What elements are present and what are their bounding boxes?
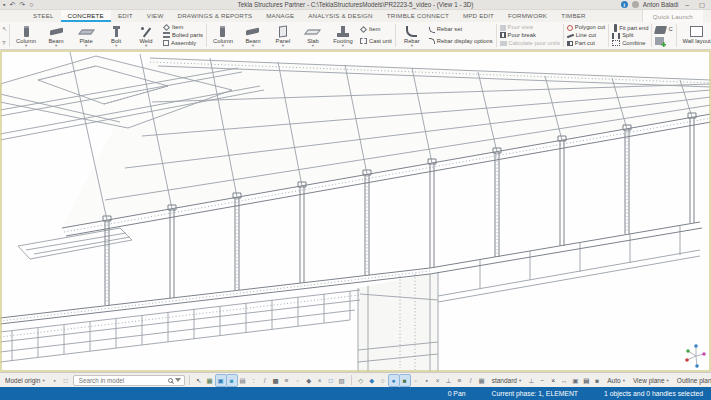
concrete-beam-button[interactable]: Beam ▾	[238, 23, 268, 48]
pour-break-button[interactable]: Pour break	[500, 32, 560, 39]
tab-formwork[interactable]: FORMWORK	[501, 10, 554, 22]
drag-and-drop-toggle[interactable]: ↔	[559, 375, 569, 386]
bolted-parts-button[interactable]: Bolted parts	[163, 32, 203, 39]
wall-layout-button[interactable]: Wall layout	[678, 23, 711, 48]
select-grids-switch[interactable]: ▩	[271, 375, 281, 386]
combine-button[interactable]: Combine	[612, 40, 648, 47]
select-objects-in-components-switch[interactable]: ▧	[337, 375, 347, 386]
concrete-column-button[interactable]: Column ▾	[208, 23, 238, 48]
snap-settings-dropdown[interactable]: standard ▾	[489, 375, 525, 386]
add-component-button[interactable]	[655, 37, 672, 45]
tab-analysis-design[interactable]: ANALYSIS & DESIGN	[301, 10, 380, 22]
smart-select-toggle[interactable]: ▣	[570, 375, 580, 386]
tab-concrete[interactable]: CONCRETE	[61, 10, 111, 22]
snap-grid-switch[interactable]: ▦	[477, 375, 487, 386]
component-button[interactable]: C	[655, 26, 672, 34]
steel-plate-button[interactable]: Plate ▾	[71, 23, 101, 48]
select-surfaces-switch[interactable]: ▤	[238, 375, 248, 386]
bolt-button[interactable]: Bolt ▾	[101, 23, 131, 48]
depth-mode-toggle[interactable]: ■	[592, 375, 602, 386]
slab-button[interactable]: Slab ▾	[298, 23, 328, 48]
tab-trimble-connect[interactable]: TRIMBLE CONNECT	[380, 10, 456, 22]
origin-dropdown[interactable]: Model origin ▾	[2, 375, 48, 386]
user-name[interactable]: Anton Baladi	[643, 1, 679, 8]
ortho-toggle[interactable]: ⊥	[526, 375, 536, 386]
pointer-tool-icon[interactable]: ↖	[2, 25, 7, 32]
model-viewport[interactable]	[0, 50, 711, 372]
part-cut-button[interactable]: Part cut	[567, 40, 605, 47]
outline-planes-dropdown[interactable]: Outline planes ▾	[674, 375, 711, 386]
chevron-down-icon[interactable]: ▾	[55, 44, 57, 48]
view-plane-dropdown[interactable]: View plane ▾	[630, 375, 672, 386]
rebar-set-button[interactable]: Rebar set	[429, 26, 493, 33]
user-avatar[interactable]	[632, 1, 639, 8]
split-button[interactable]: Split	[612, 32, 648, 39]
quick-launch-box[interactable]: Quick Launch	[642, 10, 703, 22]
chevron-down-icon[interactable]: ▾	[411, 44, 413, 48]
relative-coordinates-toggle[interactable]: ~	[537, 375, 547, 386]
chevron-down-icon[interactable]: ▾	[252, 44, 254, 48]
search-icon[interactable]	[168, 378, 173, 383]
chevron-down-icon[interactable]: ▾	[222, 44, 224, 48]
undo-button[interactable]: ↶	[9, 0, 15, 9]
select-grid-lines-switch[interactable]: ≡	[282, 375, 292, 386]
select-views-switch[interactable]: ×	[315, 375, 325, 386]
chevron-down-icon[interactable]: ▾	[145, 44, 147, 48]
snap-midpoints-switch[interactable]: ▪	[422, 375, 432, 386]
cast-unit-button[interactable]: Cast unit	[360, 38, 392, 45]
app-icon[interactable]: ▪	[3, 0, 5, 9]
tab-edit[interactable]: EDIT	[111, 10, 140, 22]
snap-reference-points-switch[interactable]: ◇	[356, 375, 366, 386]
snap-perpendicular-switch[interactable]: ⊥	[444, 375, 454, 386]
concrete-item-button[interactable]: Item	[360, 26, 392, 33]
info-icon[interactable]: i	[621, 1, 628, 8]
history-button[interactable]: ○	[29, 0, 33, 9]
select-assemblies-switch[interactable]: ▣	[216, 375, 226, 386]
auto-dropdown[interactable]: Auto ▾	[604, 375, 628, 386]
tab-manage[interactable]: MANAGE	[259, 10, 301, 22]
steel-beam-button[interactable]: Beam ▾	[41, 23, 71, 48]
snap-extension-switch[interactable]: ≡	[455, 375, 465, 386]
snap-any-position-switch[interactable]: ●	[389, 375, 399, 386]
chevron-down-icon[interactable]: ▾	[312, 44, 314, 48]
maximize-button[interactable]: ▢	[696, 1, 708, 8]
snap-center-points-switch[interactable]: ◦	[411, 375, 421, 386]
assembly-button[interactable]: Assembly	[163, 40, 203, 47]
weld-button[interactable]: Weld ▾	[131, 23, 161, 48]
snap-end-points-switch[interactable]: ■	[400, 375, 410, 386]
snap-intersection-switch[interactable]: ×	[433, 375, 443, 386]
select-components-switch[interactable]: ▦	[205, 375, 215, 386]
origin-secondary-button[interactable]: □	[61, 375, 71, 386]
tab-drawings-reports[interactable]: DRAWINGS & REPORTS	[170, 10, 259, 22]
steel-item-button[interactable]: Item	[163, 24, 203, 31]
line-cut-button[interactable]: Line cut	[567, 32, 605, 39]
chevron-down-icon[interactable]: ▾	[115, 44, 117, 48]
panel-button[interactable]: Panel ▾	[268, 23, 298, 48]
model-search-box[interactable]	[73, 375, 185, 386]
plane-mode-toggle[interactable]: ▤	[581, 375, 591, 386]
chevron-down-icon[interactable]: ▾	[282, 44, 284, 48]
filter-icon[interactable]	[175, 378, 181, 382]
tab-view[interactable]: VIEW	[140, 10, 171, 22]
snap-geometry-points-switch[interactable]: ◆	[367, 375, 377, 386]
tab-mpd-edit[interactable]: MPD EDIT	[456, 10, 501, 22]
fit-part-end-button[interactable]: Fit part end	[612, 24, 648, 32]
footing-button[interactable]: Footing ▾	[328, 23, 358, 48]
select-all-switch[interactable]: ↖	[194, 375, 204, 386]
pour-view-button[interactable]: Pour view	[500, 24, 560, 31]
redo-button[interactable]: ↷	[19, 0, 25, 9]
context-help-icon[interactable]: ?	[2, 40, 7, 46]
select-reinforcement-switch[interactable]: □	[326, 375, 336, 386]
select-lines-switch[interactable]: /	[260, 375, 270, 386]
origin-primary-button[interactable]: ▪	[50, 375, 60, 386]
rebar-button[interactable]: Rebar ▾	[397, 23, 427, 48]
snap-nearest-points-switch[interactable]: ○	[378, 375, 388, 386]
calculate-pour-units-button[interactable]: Calculate pour units	[500, 40, 560, 47]
minimize-button[interactable]: –	[683, 1, 693, 8]
chevron-down-icon[interactable]: ▾	[85, 44, 87, 48]
chevron-down-icon[interactable]: ▾	[342, 44, 344, 48]
tab-timber[interactable]: TIMBER	[554, 10, 593, 22]
polygon-cut-button[interactable]: Polygon cut	[567, 24, 605, 31]
select-points-switch[interactable]: :	[249, 375, 259, 386]
snap-line-switch[interactable]: /	[466, 375, 476, 386]
